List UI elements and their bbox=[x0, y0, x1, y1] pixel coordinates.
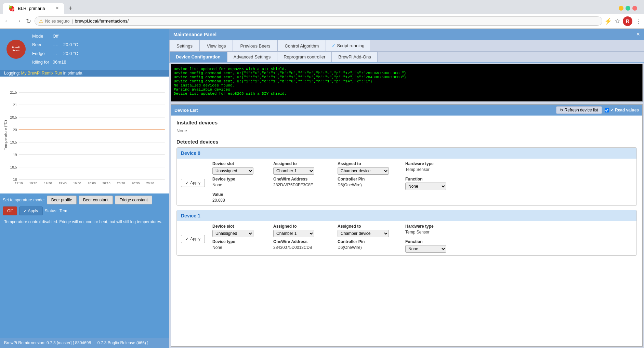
security-icon: ⚠ bbox=[39, 18, 43, 24]
chart-area: Temperature (°C) 21.5 21 20.5 20 19.5 19… bbox=[0, 77, 169, 193]
refresh-device-list-button[interactable]: ↻ Refresh device list bbox=[556, 106, 602, 114]
device-0-fields: Device slot Unassigned Slot 0 Slot 1 Ass… bbox=[211, 159, 475, 205]
device-list-section[interactable]: Device List ↻ Refresh device list ✓ Read… bbox=[171, 104, 643, 347]
device-1-onewire-label: OneWire Address bbox=[273, 239, 335, 244]
tab-control-algorithm[interactable]: Control Algorithm bbox=[278, 40, 326, 51]
device-list-title: Device List bbox=[174, 108, 198, 113]
url-text: brewpi.local/fermentacions/ bbox=[75, 18, 129, 24]
device-0-pin-label: Controller Pin bbox=[338, 177, 403, 182]
read-values-label[interactable]: ✓ Read values bbox=[605, 108, 639, 112]
back-button[interactable]: ← bbox=[3, 16, 12, 26]
script-running-label: Script running bbox=[337, 43, 364, 48]
beer-profile-button[interactable]: Beer profile bbox=[47, 196, 77, 204]
brewpi-stats: Mode Off Beer --.- 20.0 °C bbox=[31, 31, 81, 67]
extensions-icon[interactable]: ⚡ bbox=[604, 17, 612, 25]
device-1-assigned2-select[interactable]: Chamber device Beer device bbox=[338, 230, 389, 237]
user-avatar[interactable]: R bbox=[623, 16, 632, 26]
tab-advanced-settings[interactable]: Advanced Settings bbox=[227, 52, 277, 62]
device-0-assigned1-field: Assigned to Chamber 1 Chamber 2 bbox=[273, 161, 335, 175]
device-0-apply-col: ✓ Apply bbox=[177, 159, 211, 205]
svg-text:19:40: 19:40 bbox=[58, 181, 66, 185]
bookmarks-icon[interactable]: ☆ bbox=[615, 17, 620, 25]
tab-device-config[interactable]: Device Configuration bbox=[169, 52, 227, 62]
tab-settings[interactable]: Settings bbox=[169, 40, 200, 51]
window-maximize-button[interactable] bbox=[626, 6, 630, 11]
device-0-function-field: Function None Heat Cool bbox=[405, 177, 474, 190]
browser-tab-active[interactable]: 🍓 BLR: primaria × bbox=[3, 3, 64, 14]
device-1-type-field: Device type None bbox=[212, 239, 271, 250]
device-1-function-select[interactable]: None Heat Cool bbox=[405, 245, 446, 253]
status-label: Status: bbox=[45, 209, 57, 213]
tab-reprogram-controller[interactable]: Reprogram controller bbox=[277, 52, 332, 62]
device-1-hw-type-value: Temp Sensor bbox=[405, 230, 474, 235]
maintenance-close-button[interactable]: × bbox=[636, 31, 640, 38]
tab-brewpi-addons[interactable]: BrewPi Add-Ons bbox=[332, 52, 377, 62]
device-1-hw-type-label: Hardware type bbox=[405, 224, 474, 229]
svg-text:20:40: 20:40 bbox=[146, 181, 154, 185]
beer-constant-button[interactable]: Beer constant bbox=[79, 196, 113, 204]
off-button[interactable]: Off bbox=[3, 206, 17, 215]
forward-button[interactable]: → bbox=[14, 16, 23, 26]
log-line-0: Device list updated for esp8266 with a D… bbox=[174, 67, 640, 71]
status-value: Tem bbox=[60, 209, 67, 213]
nav-bar: ← → ↻ ⚠ No es seguro | brewpi.local/ferm… bbox=[0, 14, 644, 29]
svg-text:20:10: 20:10 bbox=[102, 181, 110, 185]
tab-view-logs[interactable]: View logs bbox=[200, 40, 233, 51]
svg-text:19:10: 19:10 bbox=[15, 181, 23, 185]
log-line-3: Device config command sent, U:{"i":"2","… bbox=[174, 79, 640, 83]
logging-bar: Logging: My BrewPi Remix Run in primaria bbox=[0, 70, 169, 77]
installed-devices-title: Installed devices bbox=[176, 120, 637, 125]
device-1-type-value: None bbox=[212, 245, 271, 250]
device-0-hw-type-value: Temp Sensor bbox=[405, 167, 474, 172]
reload-button[interactable]: ↻ bbox=[25, 16, 32, 26]
device-1-pin-label: Controller Pin bbox=[338, 239, 403, 244]
device-0-type-field: Device type None bbox=[212, 177, 271, 187]
svg-text:19:30: 19:30 bbox=[44, 181, 52, 185]
read-values-checkbox[interactable] bbox=[605, 108, 609, 112]
fridge-value: --.- bbox=[53, 51, 58, 56]
device-0-assigned2-select[interactable]: Chamber device Beer device bbox=[338, 167, 389, 175]
device-1-apply-button[interactable]: ✓ Apply bbox=[181, 235, 205, 243]
log-output[interactable]: Device list updated for esp8266 with a D… bbox=[171, 64, 643, 102]
tab-script-running[interactable]: ✓ Script running bbox=[326, 40, 370, 51]
device-0-apply-button[interactable]: ✓ Apply bbox=[181, 179, 205, 187]
new-tab-button[interactable]: + bbox=[66, 3, 75, 14]
temp-mode-bar: Set temperature mode: Beer profile Beer … bbox=[0, 193, 169, 217]
window-minimize-button[interactable] bbox=[619, 6, 623, 11]
url-bar[interactable]: ⚠ No es seguro | brewpi.local/fermentaci… bbox=[35, 16, 602, 26]
mode-label: Mode bbox=[32, 32, 52, 40]
device-1-assigned1-select[interactable]: Chamber 1 Chamber 2 bbox=[273, 230, 314, 237]
refresh-label: Refresh device list bbox=[565, 108, 598, 112]
device-0-slot-select[interactable]: Unassigned Slot 0 Slot 1 bbox=[212, 167, 253, 175]
svg-text:20.5: 20.5 bbox=[10, 116, 17, 119]
log-line-2: Device config command sent, U:{"i":"1","… bbox=[174, 75, 640, 79]
device-0-assigned1-select[interactable]: Chamber 1 Chamber 2 bbox=[273, 167, 314, 175]
fridge-display: --.- 20.0 °C bbox=[53, 50, 81, 57]
tab-close-icon[interactable]: × bbox=[56, 5, 59, 11]
device-1-pin-field: Controller Pin D6(OneWire) bbox=[338, 239, 403, 250]
device-0-value-label: Value bbox=[212, 192, 271, 197]
main-content: BrewPiRemix Mode Off Beer --.- bbox=[0, 29, 644, 348]
device-0-body: ✓ Apply Device slot Unassigned bbox=[177, 159, 636, 205]
version-text: BrewPi Remix version: 0.7.3 [master] [ 8… bbox=[4, 340, 148, 345]
idling-label: Idling for bbox=[32, 58, 52, 66]
version-bar: BrewPi Remix version: 0.7.3 [master] [ 8… bbox=[0, 338, 169, 348]
device-0-pin-value: D6(OneWire) bbox=[338, 183, 403, 187]
device-1-slot-select[interactable]: Unassigned Slot 0 bbox=[212, 230, 253, 237]
apply-mode-button[interactable]: ✓ Apply bbox=[19, 206, 43, 215]
device-0-assigned2-label: Assigned to bbox=[338, 161, 403, 166]
device-0-function-select[interactable]: None Heat Cool bbox=[405, 183, 446, 190]
device-1-function-label: Function bbox=[405, 239, 474, 244]
beer-display: --.- 20.0 °C bbox=[53, 41, 81, 49]
log-line-5: Parsing available devices bbox=[174, 88, 640, 92]
device-card-0: Device 0 ✓ Apply bbox=[176, 147, 637, 206]
fridge-constant-button[interactable]: Fridge constant bbox=[115, 196, 152, 204]
log-line-1: Device config command sent, U:{"i":"0","… bbox=[174, 71, 640, 75]
device-1-pin-value: D6(OneWire) bbox=[338, 245, 403, 250]
menu-icon[interactable]: ⋮ bbox=[635, 17, 641, 25]
window-close-button[interactable] bbox=[632, 6, 637, 11]
logging-link[interactable]: My BrewPi Remix Run bbox=[21, 71, 62, 76]
device-0-hw-type-field: Hardware type Temp Sensor bbox=[405, 161, 474, 172]
device-0-slot-label: Device slot bbox=[212, 161, 271, 166]
tab-previous-beers[interactable]: Previous Beers bbox=[233, 40, 277, 51]
